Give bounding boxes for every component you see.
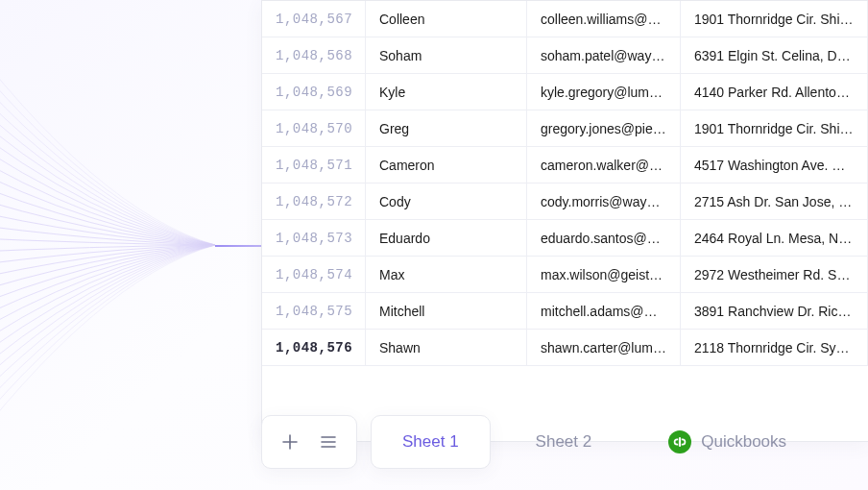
row-number[interactable]: 1,048,569 (262, 74, 366, 110)
cell-name[interactable]: Kyle (366, 74, 527, 110)
row-number[interactable]: 1,048,573 (262, 220, 366, 257)
tab-quickbooks[interactable]: Quickbooks (637, 415, 818, 469)
cell-address[interactable]: 2118 Thornridge Cir. Syracuse (681, 330, 868, 366)
cell-email[interactable]: kyle.gregory@lumon.te (527, 74, 681, 110)
spreadsheet: 1,048,567Colleencolleen.williams@geist19… (261, 0, 868, 442)
cell-address[interactable]: 1901 Thornridge Cir. Shiloh, H (681, 110, 868, 147)
row-number[interactable]: 1,048,570 (262, 110, 366, 147)
cell-name[interactable]: Soham (366, 37, 527, 74)
cell-address[interactable]: 2464 Royal Ln. Mesa, New Je (681, 220, 868, 257)
cell-email[interactable]: cody.morris@waystar.c (527, 184, 681, 220)
tab-quickbooks-label: Quickbooks (701, 432, 786, 452)
cell-address[interactable]: 2972 Westheimer Rd. Santa A (681, 257, 868, 293)
cell-email[interactable]: max.wilson@geistgrou (527, 257, 681, 293)
cell-name[interactable]: Greg (366, 110, 527, 147)
connector-line (215, 245, 261, 247)
cell-name[interactable]: Eduardo (366, 220, 527, 257)
cell-address[interactable]: 4517 Washington Ave. Manch (681, 147, 868, 184)
tab-sheet-1[interactable]: Sheet 1 (371, 415, 491, 469)
cell-name[interactable]: Colleen (366, 1, 527, 37)
menu-icon (320, 433, 337, 451)
cell-name[interactable]: Cody (366, 184, 527, 220)
cell-email[interactable]: shawn.carter@lumon.te (527, 330, 681, 366)
cell-address[interactable]: 3891 Ranchview Dr. Richards (681, 293, 868, 330)
row-number[interactable]: 1,048,571 (262, 147, 366, 184)
cell-email[interactable]: mitchell.adams@wayst (527, 293, 681, 330)
tab-controls (261, 415, 357, 469)
tab-sheet-2[interactable]: Sheet 2 (504, 415, 624, 469)
row-number[interactable]: 1,048,574 (262, 257, 366, 293)
cell-email[interactable]: colleen.williams@geist (527, 1, 681, 37)
cell-email[interactable]: gregory.jones@piedpip (527, 110, 681, 147)
quickbooks-icon (668, 430, 691, 453)
cell-name[interactable]: Cameron (366, 147, 527, 184)
cell-address[interactable]: 2715 Ash Dr. San Jose, South (681, 184, 868, 220)
add-sheet-button[interactable] (279, 431, 301, 453)
plus-icon (281, 433, 299, 451)
sheet-list-button[interactable] (318, 431, 339, 453)
row-number[interactable]: 1,048,567 (262, 1, 366, 37)
cell-name[interactable]: Shawn (366, 330, 527, 366)
cell-address[interactable]: 4140 Parker Rd. Allentown, N (681, 74, 868, 110)
cell-address[interactable]: 6391 Elgin St. Celina, Delawa (681, 37, 868, 74)
svg-rect-0 (679, 437, 681, 447)
cell-email[interactable]: cameron.walker@geist (527, 147, 681, 184)
tab-bar: Sheet 1 Sheet 2 Quickbooks (261, 413, 868, 471)
row-number[interactable]: 1,048,568 (262, 37, 366, 74)
cell-email[interactable]: soham.patel@waystar.c (527, 37, 681, 74)
cell-email[interactable]: eduardo.santos@piedp (527, 220, 681, 257)
row-number[interactable]: 1,048,572 (262, 184, 366, 220)
row-number[interactable]: 1,048,576 (262, 330, 366, 366)
cell-name[interactable]: Mitchell (366, 293, 527, 330)
row-number[interactable]: 1,048,575 (262, 293, 366, 330)
cell-name[interactable]: Max (366, 257, 527, 293)
cell-address[interactable]: 1901 Thornridge Cir. Shiloh, H (681, 1, 868, 37)
